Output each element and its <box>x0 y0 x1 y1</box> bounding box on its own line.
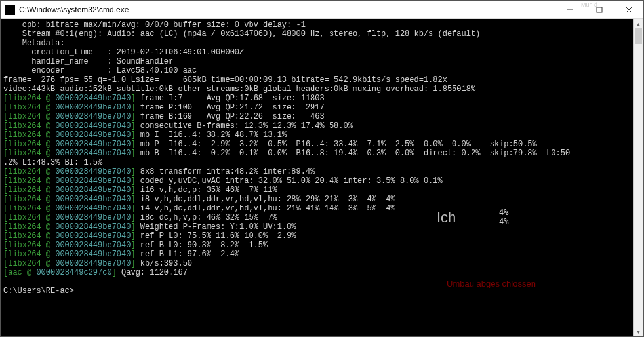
terminal-line: [libx264 @ 0000028449be7040] i8 v,h,dc,d… <box>3 195 641 204</box>
terminal-segment: [libx264 @ <box>3 94 55 103</box>
terminal-segment: cpb: bitrate max/min/avg: 0/0/0 buffer s… <box>3 20 306 30</box>
close-button[interactable] <box>614 1 643 19</box>
annotation-4-b: 4% <box>499 217 508 226</box>
vertical-scrollbar[interactable]: ▲ ▼ <box>633 19 643 336</box>
minimize-button[interactable] <box>555 1 584 19</box>
terminal-segment: [libx264 @ <box>3 130 55 140</box>
terminal-line: [libx264 @ 0000028449be7040] i8c dc,h,v,… <box>3 213 641 222</box>
terminal-segment: 0000028449be7040 <box>55 250 131 259</box>
terminal-segment: [libx264 @ <box>3 204 55 213</box>
terminal-line: video:443kB audio:152kB subtitle:0kB oth… <box>3 85 641 94</box>
terminal-segment: kb/s:393.50 <box>140 259 192 268</box>
terminal-segment: Qavg: 1120.167 <box>121 268 188 277</box>
terminal-segment: 0000028449be7040 <box>55 167 131 176</box>
terminal-segment: frame P:100 Avg QP:21.72 size: 2917 <box>140 103 325 112</box>
terminal-segment: [libx264 @ <box>3 140 55 149</box>
terminal-segment: C:\Users\RE-ac> <box>3 287 74 296</box>
terminal-line: [libx264 @ 0000028449be7040] i16 v,h,dc,… <box>3 186 641 195</box>
terminal-segment: [libx264 @ <box>3 121 55 130</box>
terminal-line: [libx264 @ 0000028449be7040] mb I I16..4… <box>3 130 641 140</box>
terminal-output[interactable]: cpb: bitrate max/min/avg: 0/0/0 buffer s… <box>1 19 643 336</box>
terminal-segment: frame I:7 Avg QP:17.68 size: 11803 <box>140 94 325 103</box>
terminal-segment: ] <box>131 149 140 158</box>
terminal-segment: [libx264 @ <box>3 213 55 222</box>
annotation-ich: Ich <box>437 209 456 226</box>
terminal-segment: 0000028449be7040 <box>55 140 131 149</box>
terminal-line: [libx264 @ 0000028449be7040] i4 v,h,dc,d… <box>3 204 641 213</box>
terminal-line: [libx264 @ 0000028449be7040] 8x8 transfo… <box>3 167 641 176</box>
terminal-segment: i16 v,h,dc,p: 35% 46% 7% 11% <box>140 186 277 195</box>
terminal-line: [aac @ 0000028449c297c0] Qavg: 1120.167 <box>3 268 641 277</box>
terminal-segment: ] <box>131 103 140 112</box>
scroll-up-button[interactable]: ▲ <box>634 19 643 28</box>
terminal-segment: [libx264 @ <box>3 112 55 121</box>
terminal-segment: [libx264 @ <box>3 241 55 250</box>
terminal-line: [libx264 @ 0000028449be7040] mb P I16..4… <box>3 140 641 149</box>
terminal-line: [libx264 @ 0000028449be7040] frame I:7 A… <box>3 94 641 103</box>
terminal-segment: 0000028449c297c0 <box>36 268 111 277</box>
terminal-segment: ] <box>131 250 140 259</box>
terminal-segment: [libx264 @ <box>3 195 55 204</box>
terminal-segment: 0000028449be7040 <box>55 241 131 250</box>
terminal-segment: 0000028449be7040 <box>55 149 131 158</box>
terminal-segment: frame= 276 fps= 55 q=-1.0 Lsize= 605kB t… <box>3 75 447 85</box>
terminal-segment: Weighted P-Frames: Y:1.0% UV:1.0% <box>140 222 296 231</box>
terminal-segment: ] <box>131 259 140 268</box>
terminal-segment: ] <box>131 140 140 149</box>
terminal-line: handler_name : SoundHandler <box>3 57 641 66</box>
terminal-segment: ref B L0: 90.3% 8.2% 1.5% <box>140 241 268 250</box>
terminal-segment: ] <box>112 268 121 277</box>
terminal-line: [libx264 @ 0000028449be7040] consecutive… <box>3 121 641 130</box>
terminal-segment: ] <box>131 195 140 204</box>
terminal-line: [libx264 @ 0000028449be7040] Weighted P-… <box>3 222 641 231</box>
scroll-down-button[interactable]: ▼ <box>634 327 643 336</box>
terminal-line: Stream #0:1(eng): Audio: aac (LC) (mp4a … <box>3 30 641 39</box>
terminal-segment: 0000028449be7040 <box>55 204 131 213</box>
terminal-line: encoder : Lavc58.40.100 aac <box>3 66 641 75</box>
titlebar[interactable]: C:\Windows\system32\cmd.exe Mun d <box>1 1 643 19</box>
terminal-segment: ] <box>131 231 140 241</box>
scrollbar-thumb[interactable] <box>635 28 642 44</box>
terminal-segment: video:443kB audio:152kB subtitle:0kB oth… <box>3 85 475 94</box>
terminal-segment: 0000028449be7040 <box>55 112 131 121</box>
annotation-umbau: Umbau abges chlossen <box>447 279 536 288</box>
terminal-segment: mb P I16..4: 2.9% 3.2% 0.5% P16..4: 33.4… <box>140 140 537 149</box>
terminal-segment: 0000028449be7040 <box>55 103 131 112</box>
terminal-segment: 0000028449be7040 <box>55 259 131 268</box>
terminal-line: cpb: bitrate max/min/avg: 0/0/0 buffer s… <box>3 20 641 30</box>
terminal-segment: creation_time : 2019-02-12T06:49:01.0000… <box>3 48 244 57</box>
terminal-line: [libx264 @ 0000028449be7040] ref B L1: 9… <box>3 250 641 259</box>
terminal-segment: handler_name : SoundHandler <box>3 57 173 66</box>
window: C:\Windows\system32\cmd.exe Mun d cpb: b… <box>0 0 644 337</box>
terminal-segment: 0000028449be7040 <box>55 176 131 186</box>
window-controls <box>555 1 643 19</box>
terminal-segment: 0000028449be7040 <box>55 213 131 222</box>
terminal-segment: ref B L1: 97.6% 2.4% <box>140 250 239 259</box>
terminal-segment: mb B I16..4: 0.2% 0.1% 0.0% B16..8: 19.4… <box>140 149 570 158</box>
terminal-segment: i8c dc,h,v,p: 46% 32% 15% 7% <box>140 213 277 222</box>
watermark: Mun d <box>581 2 597 8</box>
terminal-line: [libx264 @ 0000028449be7040] ref B L0: 9… <box>3 241 641 250</box>
terminal-segment: ] <box>131 121 140 130</box>
terminal-segment: frame B:169 Avg QP:22.26 size: 463 <box>140 112 325 121</box>
terminal-line: Metadata: <box>3 39 641 48</box>
terminal-segment: 0000028449be7040 <box>55 231 131 241</box>
terminal-segment: coded y,uvDC,uvAC intra: 32.0% 51.0% 20.… <box>140 176 443 186</box>
terminal-segment: ] <box>131 167 140 176</box>
terminal-line: C:\Users\RE-ac> <box>3 287 641 296</box>
terminal-segment: 0000028449be7040 <box>55 94 131 103</box>
terminal-segment: [libx264 @ <box>3 250 55 259</box>
terminal-segment: ref P L0: 75.5% 11.6% 10.0% 2.9% <box>140 231 296 241</box>
terminal-segment: [libx264 @ <box>3 231 55 241</box>
terminal-segment: 0000028449be7040 <box>55 186 131 195</box>
terminal-line: [libx264 @ 0000028449be7040] mb B I16..4… <box>3 149 641 158</box>
terminal-segment: [libx264 @ <box>3 167 55 176</box>
close-icon <box>626 7 632 13</box>
terminal-segment: [libx264 @ <box>3 176 55 186</box>
window-title: C:\Windows\system32\cmd.exe <box>19 5 555 14</box>
terminal-segment: ] <box>131 94 140 103</box>
terminal-segment: .2% L1:48.3% BI: 1.5% <box>3 158 102 167</box>
terminal-line: frame= 276 fps= 55 q=-1.0 Lsize= 605kB t… <box>3 75 641 85</box>
terminal-segment: ] <box>131 112 140 121</box>
terminal-segment: 0000028449be7040 <box>55 195 131 204</box>
